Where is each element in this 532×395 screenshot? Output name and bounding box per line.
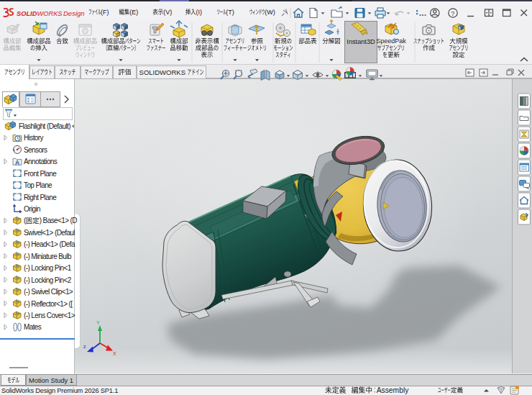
svg-text:Swivel<1> (Defaul: Swivel<1> (Defaul <box>24 229 75 237</box>
svg-text:(-) Swivel Clip<1>: (-) Swivel Clip<1> <box>24 288 73 296</box>
svg-text:(-) Lens Cover<1>: (-) Lens Cover<1> <box>24 312 75 319</box>
svg-text:) Base<1> (D: ) Base<1> (D <box>40 217 78 224</box>
svg-text:(E): (E) <box>129 9 138 16</box>
svg-text:Design: Design <box>63 9 85 17</box>
svg-text:SOLIDWORKS: SOLIDWORKS <box>139 68 185 76</box>
svg-text:A: A <box>15 159 19 166</box>
svg-text:(-) Locking Pin<1: (-) Locking Pin<1 <box>24 264 72 272</box>
svg-text:(V): (V) <box>163 9 172 16</box>
svg-text:SolidWorks Design Premium 2026: SolidWorks Design Premium 2026 SP1.1 <box>1 387 118 394</box>
svg-text:(-) Head<1> (Defa: (-) Head<1> (Defa <box>24 240 75 248</box>
svg-text:(I): (I) <box>196 9 203 16</box>
svg-text:Mates: Mates <box>24 323 42 331</box>
svg-text:Right Plane: Right Plane <box>24 194 57 201</box>
svg-text:Instant3D: Instant3D <box>347 38 375 45</box>
svg-text:Flashlight (Default) <D: Flashlight (Default) <D <box>19 122 81 130</box>
svg-text:(-) Reflector<1> ([: (-) Reflector<1> ([ <box>24 300 73 308</box>
svg-text:(T): (T) <box>226 9 234 16</box>
svg-text:SpeedPak: SpeedPak <box>376 37 406 45</box>
svg-text:Annotations: Annotations <box>24 158 58 165</box>
svg-text:Front Plane: Front Plane <box>24 170 57 178</box>
svg-text:SOLIDWORKS: SOLIDWORKS <box>17 10 63 17</box>
svg-text:Top Plane: Top Plane <box>24 181 52 189</box>
svg-text:Assembly: Assembly <box>377 386 409 394</box>
svg-text:History: History <box>24 134 44 142</box>
svg-text:?: ? <box>451 10 454 17</box>
svg-text:(F): (F) <box>101 9 109 16</box>
svg-text:(-) Locking Pin<2: (-) Locking Pin<2 <box>24 276 72 284</box>
svg-text:(W): (W) <box>265 9 275 16</box>
svg-text:(: ( <box>24 217 27 224</box>
svg-text:Origin: Origin <box>24 205 40 213</box>
svg-text:Motion Study 1: Motion Study 1 <box>29 377 73 384</box>
svg-text:(-) Miniature Bulb: (-) Miniature Bulb <box>24 253 72 260</box>
svg-text:Sensors: Sensors <box>24 146 47 154</box>
